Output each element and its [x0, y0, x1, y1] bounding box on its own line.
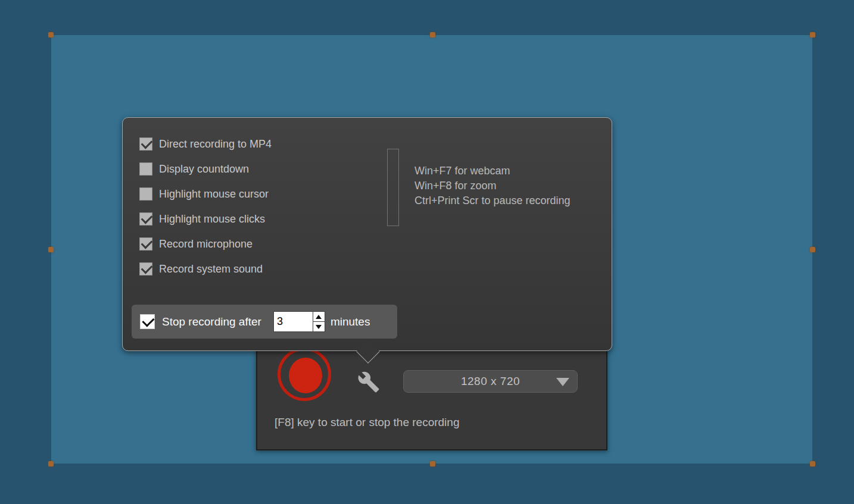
option-highlight-mouse-cursor[interactable]: Highlight mouse cursor — [139, 187, 272, 201]
option-label: Direct recording to MP4 — [159, 138, 272, 151]
stop-recording-row: Stop recording after minutes — [132, 305, 397, 339]
caret-down-icon — [556, 378, 569, 386]
resize-handle-top-center[interactable] — [430, 32, 435, 37]
option-display-countdown[interactable]: Display countdown — [139, 162, 272, 176]
record-button[interactable] — [278, 348, 335, 405]
recording-toolbar: 1280 x 720 [F8] key to start or stop the… — [256, 348, 607, 450]
option-label: Highlight mouse clicks — [159, 213, 265, 226]
settings-button[interactable] — [357, 371, 380, 393]
resize-handle-middle-left[interactable] — [48, 247, 54, 252]
hotkey-zoom: Win+F8 for zoom — [414, 179, 571, 193]
minutes-spinner — [273, 311, 325, 332]
stop-recording-label: Stop recording after — [162, 315, 261, 328]
checkbox[interactable] — [139, 137, 152, 151]
triangle-up-icon — [316, 315, 322, 319]
checkbox[interactable] — [139, 262, 152, 276]
divider-rect — [387, 149, 399, 226]
checkbox[interactable] — [139, 162, 152, 176]
option-label: Record system sound — [159, 263, 263, 276]
resize-handle-bottom-right[interactable] — [810, 461, 815, 467]
checkbox[interactable] — [139, 237, 152, 251]
spinner-buttons — [313, 312, 325, 331]
hotkey-hints: Win+F7 for webcam Win+F8 for zoom Ctrl+P… — [414, 164, 571, 208]
checkbox[interactable] — [139, 187, 152, 201]
wrench-icon — [357, 385, 380, 395]
option-label: Display countdown — [159, 163, 249, 176]
option-label: Record microphone — [159, 238, 253, 251]
minutes-unit-label: minutes — [331, 315, 370, 328]
spinner-up-button[interactable] — [313, 312, 325, 322]
option-record-microphone[interactable]: Record microphone — [139, 237, 272, 251]
options-list: Direct recording to MP4 Display countdow… — [139, 137, 272, 276]
resize-handle-bottom-left[interactable] — [48, 461, 54, 467]
triangle-down-icon — [316, 325, 322, 329]
option-direct-recording-mp4[interactable]: Direct recording to MP4 — [139, 137, 272, 151]
option-highlight-mouse-clicks[interactable]: Highlight mouse clicks — [139, 212, 272, 226]
resize-handle-top-right[interactable] — [810, 32, 815, 37]
spinner-down-button[interactable] — [313, 322, 325, 331]
minutes-input[interactable] — [274, 312, 313, 331]
checkbox[interactable] — [139, 212, 152, 226]
toolbar-hint: [F8] key to start or stop the recording — [275, 416, 459, 429]
resize-handle-middle-right[interactable] — [810, 247, 815, 252]
resize-handle-bottom-center[interactable] — [430, 461, 435, 467]
option-record-system-sound[interactable]: Record system sound — [139, 262, 272, 276]
record-icon — [289, 358, 322, 393]
settings-popup: Direct recording to MP4 Display countdow… — [122, 117, 612, 351]
resolution-dropdown[interactable]: 1280 x 720 — [403, 370, 578, 393]
hotkey-webcam: Win+F7 for webcam — [414, 164, 571, 179]
resize-handle-top-left[interactable] — [48, 32, 54, 37]
option-label: Highlight mouse cursor — [159, 188, 269, 201]
resolution-value: 1280 x 720 — [461, 375, 520, 388]
stop-recording-checkbox[interactable] — [140, 314, 155, 329]
hotkey-pause: Ctrl+Print Scr to pause recording — [414, 193, 571, 208]
